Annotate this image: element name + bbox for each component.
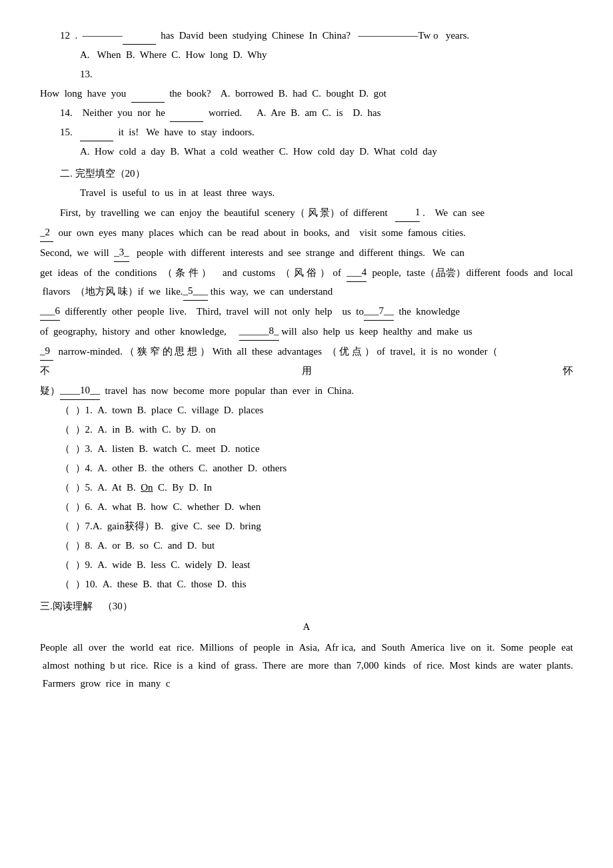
question-13: How long have you the book? A. borrowed … — [40, 85, 573, 103]
option-10: （ ）10. A. these B. that C. those D. this — [40, 575, 573, 593]
question-12-options: A. When B. Where C. How long D. Why — [40, 46, 573, 64]
passage-p9: 疑）____10__ travel has now become more po… — [40, 381, 573, 400]
main-content: 12 . ———— has David been studying Chines… — [40, 27, 573, 693]
passage-p4: get ideas of the conditions （ 条 件 ） and … — [40, 263, 573, 301]
passage-p8: 不 用 怀 — [40, 362, 573, 380]
passage-intro: Travel is useful to us in at least three… — [40, 184, 573, 202]
question-15-num: 15. it is! We have to stay indoors. — [40, 123, 573, 141]
option-1: （ ）1. A. town B. place C. village D. pla… — [40, 401, 573, 419]
option-3: （ ）3. A. listen B. watch C. meet D. noti… — [40, 440, 573, 458]
question-13-num: 13. — [40, 65, 573, 83]
reading-section-a: A — [40, 618, 573, 636]
passage-p6: of geography, history and other knowledg… — [40, 322, 573, 341]
section2-title: 二. 完型填空（20） — [40, 165, 573, 183]
option-6: （ ）6. A. what B. how C. whether D. when — [40, 498, 573, 516]
passage-p5: ___6 differently other people live. Thir… — [40, 302, 573, 321]
section3-title: 三.阅读理解 （30） — [40, 597, 573, 615]
question-14: 14. Neither you nor he worried. A. Are B… — [40, 104, 573, 122]
question-12: 12 . ———— has David been studying Chines… — [40, 27, 573, 45]
option-7: （ ）7.A. gain获得）B. give C. see D. bring — [40, 517, 573, 535]
option-5: （ ）5. A. At B. On C. By D. In — [40, 479, 573, 497]
passage-p2: _2 our own eyes many places which can be… — [40, 223, 573, 242]
passage-p7: _9 narrow-minded. （ 狭 窄 的 思 想 ） With all… — [40, 342, 573, 361]
char-huai: 怀 — [563, 362, 573, 380]
option-4: （ ）4. A. other B. the others C. another … — [40, 459, 573, 477]
option-9: （ ）9. A. wide B. less C. widely D. least — [40, 556, 573, 574]
option-2: （ ）2. A. in B. with C. by D. on — [40, 421, 573, 439]
reading-passage: People all over the world eat rice. Mill… — [40, 639, 573, 693]
question-15-options: A. How cold a day B. What a cold weather… — [40, 143, 573, 161]
option-8: （ ）8. A. or B. so C. and D. but — [40, 537, 573, 555]
char-yong: 用 — [50, 362, 563, 380]
passage-p1: First, by travelling we can enjoy the be… — [40, 203, 573, 222]
passage-p3: Second, we will _3_ people with differen… — [40, 243, 573, 262]
char-bu: 不 — [40, 362, 50, 380]
